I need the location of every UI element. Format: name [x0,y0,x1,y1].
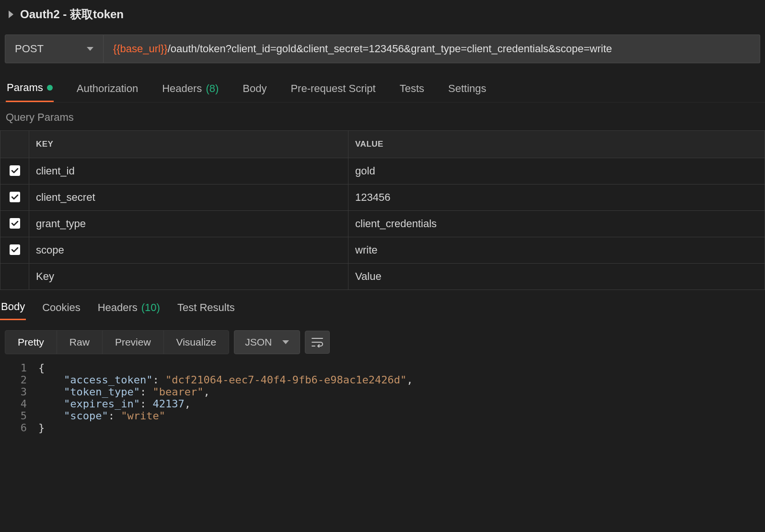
code-line: 5 "scope": "write" [0,410,765,422]
line-number: 2 [0,374,38,386]
tab-tests[interactable]: Tests [399,78,425,102]
request-url-input[interactable]: {{base_url}}/oauth/token?client_id=gold&… [104,35,760,63]
resp-tab-cookies[interactable]: Cookies [41,299,81,320]
table-row-new: KeyValue [0,264,765,290]
response-body-viewer[interactable]: 1{2 "access_token": "dcf21064-eec7-40f4-… [0,359,765,434]
param-key-input[interactable]: Key [29,264,348,290]
response-tabs: Body Cookies Headers (10) Test Results [0,290,765,325]
view-pretty[interactable]: Pretty [5,331,57,354]
chevron-down-icon [282,340,289,344]
resp-tab-headers[interactable]: Headers (10) [97,299,161,320]
chevron-down-icon [87,47,93,51]
request-tabs: Params Authorization Headers (8) Body Pr… [0,78,765,103]
http-method-select[interactable]: POST [5,35,104,63]
resp-tab-test-results[interactable]: Test Results [176,299,236,320]
headers-count: (8) [206,82,219,95]
line-number: 3 [0,386,38,398]
table-row: grant_typeclient_credentials [0,211,765,237]
code-line: 1{ [0,362,765,374]
tab-params-label: Params [7,81,43,94]
resp-tab-body[interactable]: Body [0,299,26,320]
tab-headers-label: Headers [162,82,202,95]
code-line: 4 "expires_in": 42137, [0,398,765,410]
http-method-label: POST [15,43,44,55]
params-header-value: VALUE [348,131,765,158]
table-row: client_secret123456 [0,185,765,211]
request-title-row: Oauth2 - 获取token [0,0,765,35]
format-select[interactable]: JSON [234,330,300,354]
row-checkbox-empty [0,264,29,290]
query-params-label: Query Params [0,103,765,130]
view-preview[interactable]: Preview [103,331,164,354]
query-params-table: KEY VALUE client_idgoldclient_secret1234… [0,130,765,290]
row-checkbox[interactable] [10,192,20,202]
url-path: /oauth/token?client_id=gold&client_secre… [168,43,612,55]
chevron-right-icon[interactable] [9,11,13,18]
format-label: JSON [245,336,272,348]
row-checkbox[interactable] [10,218,20,229]
tab-params[interactable]: Params [6,78,54,102]
params-header-key: KEY [29,131,348,158]
resp-headers-count: (10) [141,301,160,314]
tab-body[interactable]: Body [242,78,267,102]
params-active-dot-icon [47,85,53,91]
table-row: client_idgold [0,158,765,185]
request-url-row: POST {{base_url}}/oauth/token?client_id=… [5,35,760,63]
param-key-cell[interactable]: grant_type [29,211,348,237]
wrap-lines-button[interactable] [305,331,330,354]
response-toolbar: Pretty Raw Preview Visualize JSON [0,325,765,359]
param-key-cell[interactable]: scope [29,237,348,264]
tab-headers[interactable]: Headers (8) [161,78,220,102]
params-header-checkbox [0,131,29,158]
param-key-cell[interactable]: client_secret [29,185,348,211]
url-variable: {{base_url}} [113,43,168,55]
line-number: 1 [0,362,38,374]
view-raw[interactable]: Raw [57,331,103,354]
row-checkbox[interactable] [10,165,20,176]
param-value-cell[interactable]: gold [348,158,765,185]
param-key-cell[interactable]: client_id [29,158,348,185]
param-value-cell[interactable]: client_credentials [348,211,765,237]
resp-tab-headers-label: Headers [98,301,138,314]
line-number: 5 [0,410,38,422]
param-value-cell[interactable]: write [348,237,765,264]
view-visualize[interactable]: Visualize [164,331,229,354]
code-line: 3 "token_type": "bearer", [0,386,765,398]
view-mode-group: Pretty Raw Preview Visualize [5,330,229,354]
line-number: 6 [0,422,38,434]
table-row: scopewrite [0,237,765,264]
request-title: Oauth2 - 获取token [20,7,124,22]
code-line: 6} [0,422,765,434]
tab-settings[interactable]: Settings [447,78,487,102]
tab-prerequest[interactable]: Pre-request Script [290,78,376,102]
line-number: 4 [0,398,38,410]
tab-authorization[interactable]: Authorization [76,78,139,102]
param-value-cell[interactable]: 123456 [348,185,765,211]
code-line: 2 "access_token": "dcf21064-eec7-40f4-9f… [0,374,765,386]
param-value-input[interactable]: Value [348,264,765,290]
row-checkbox[interactable] [10,244,20,255]
